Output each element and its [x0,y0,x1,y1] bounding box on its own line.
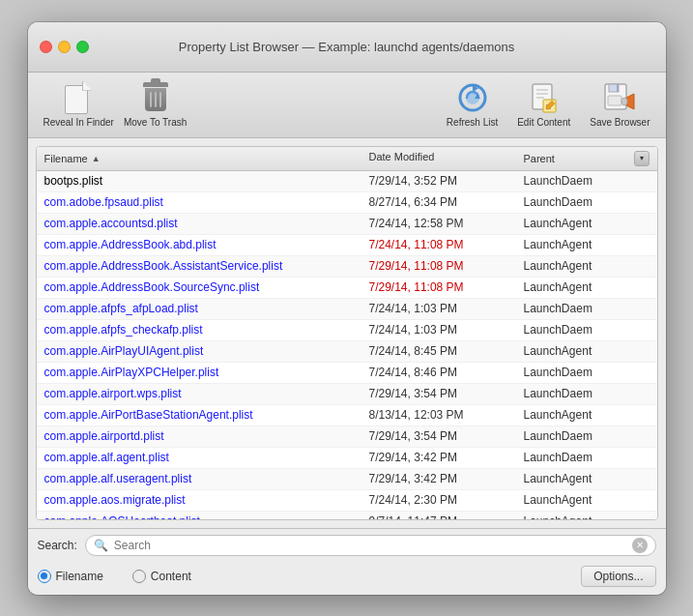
cell-parent: LaunchAgent [524,514,650,519]
table-row[interactable]: com.apple.airportd.plist 7/29/14, 3:54 P… [37,426,657,448]
cell-filename: com.apple.AirPortBaseStationAgent.plist [44,408,369,422]
cell-date: 7/29/14, 3:42 PM [369,451,524,464]
refresh-list-button[interactable]: Refresh List [447,80,498,128]
close-button[interactable] [40,41,52,53]
table-row[interactable]: com.apple.alf.agent.plist 7/29/14, 3:42 … [37,448,657,469]
cell-date: 7/29/14, 11:08 PM [369,259,524,273]
search-input-wrapper: 🔍 ✕ [85,535,656,556]
search-input[interactable] [114,539,626,552]
table-header: Filename ▲ Date Modified Parent ▾ [37,147,657,171]
table-row[interactable]: com.apple.AddressBook.SourceSync.plist 7… [37,278,657,299]
cell-date: 7/24/14, 8:45 PM [369,344,524,358]
header-parent: Parent ▾ [524,151,650,166]
table-row[interactable]: com.apple.AirPlayXPCHelper.plist 7/24/14… [37,363,657,384]
svg-rect-13 [608,96,621,105]
main-window: Property List Browser — Example: launchd… [28,22,666,595]
table-row[interactable]: com.apple.accountsd.plist 7/24/14, 12:58… [37,214,657,235]
table-row[interactable]: com.apple.AddressBook.AssistantService.p… [37,256,657,278]
table-row[interactable]: com.apple.AirPlayUIAgent.plist 7/24/14, … [37,341,657,363]
sort-arrow-icon: ▲ [92,154,101,163]
table-row[interactable]: com.apple.afpfs_afpLoad.plist 7/24/14, 1… [37,299,657,320]
filter-radio-row: Filename Content Options... [28,562,666,595]
table-row[interactable]: com.apple.aos.migrate.plist 7/24/14, 2:3… [37,490,657,512]
titlebar: Property List Browser — Example: launchd… [28,22,666,73]
table-body: bootps.plist 7/29/14, 3:52 PM LaunchDaem… [37,171,657,519]
minimize-button[interactable] [58,41,71,53]
cell-parent: LaunchDaem [524,429,650,443]
cell-parent: LaunchDaem [524,174,650,188]
edit-content-button[interactable]: Edit Content [517,80,570,128]
cell-filename: com.apple.AirPlayUIAgent.plist [44,344,369,358]
svg-point-14 [621,98,627,105]
cell-date: 9/7/14, 11:47 PM [369,514,524,519]
table-row[interactable]: com.apple.alf.useragent.plist 7/29/14, 3… [37,469,657,490]
cell-filename: com.apple.AddressBook.abd.plist [44,238,369,251]
cell-parent: LaunchAgent [524,408,650,422]
toolbar: Reveal In Finder Move To Trash [28,73,666,138]
edit-icon [527,80,562,115]
table-row[interactable]: com.apple.AirPortBaseStationAgent.plist … [37,405,657,426]
cell-filename: com.apple.afpfs_checkafp.plist [44,323,369,337]
trash-label: Move To Trash [124,117,187,128]
cell-filename: com.apple.aos.migrate.plist [44,493,369,507]
search-icon: 🔍 [94,539,108,552]
reveal-label: Reveal In Finder [43,117,114,128]
cell-date: 7/24/14, 11:08 PM [369,238,524,251]
cell-parent: LaunchDaem [524,195,650,209]
reveal-in-finder-button[interactable]: Reveal In Finder [43,80,114,128]
table-row[interactable]: com.apple.airport.wps.plist 7/29/14, 3:5… [37,384,657,405]
cell-filename: com.apple.AddressBook.AssistantService.p… [44,259,369,273]
cell-date: 7/29/14, 11:08 PM [369,280,524,294]
cell-date: 7/24/14, 8:46 PM [369,366,524,379]
radio-content[interactable]: Content [132,570,191,583]
cell-parent: LaunchDaem [524,366,650,379]
header-filename: Filename ▲ [44,151,369,166]
table-row[interactable]: bootps.plist 7/29/14, 3:52 PM LaunchDaem [37,171,657,192]
cell-date: 7/29/14, 3:54 PM [369,429,524,443]
cell-parent: LaunchAgent [524,344,650,358]
radio-content-circle [132,570,146,583]
window-title: Property List Browser — Example: launchd… [179,40,515,54]
table-row[interactable]: com.apple.AOSHeartbeat.plist 9/7/14, 11:… [37,512,657,519]
table-row[interactable]: com.apple.afpfs_checkafp.plist 7/24/14, … [37,320,657,341]
search-clear-button[interactable]: ✕ [632,538,648,553]
search-bar: Search: 🔍 ✕ [28,528,666,562]
cell-filename: com.apple.AOSHeartbeat.plist [44,514,369,519]
radio-filename-circle [38,570,51,583]
cell-filename: com.apple.AirPlayXPCHelper.plist [44,366,369,379]
cell-parent: LaunchDaem [524,323,650,337]
toolbar-right: Refresh List Edit Content [447,80,650,128]
move-to-trash-button[interactable]: Move To Trash [124,80,187,128]
cell-parent: LaunchDaem [524,451,650,464]
svg-rect-12 [617,84,619,92]
save-label: Save Browser [590,117,650,128]
save-browser-button[interactable]: Save Browser [590,80,650,128]
cell-date: 7/29/14, 3:54 PM [369,387,524,400]
maximize-button[interactable] [76,41,89,53]
cell-parent: LaunchAgent [524,280,650,294]
cell-filename: bootps.plist [44,174,369,188]
file-table: Filename ▲ Date Modified Parent ▾ bootps… [36,146,658,520]
cell-date: 7/24/14, 1:03 PM [369,302,524,315]
cell-parent: LaunchDaem [524,302,650,315]
cell-filename: com.apple.alf.agent.plist [44,451,369,464]
toolbar-left: Reveal In Finder Move To Trash [43,80,188,128]
cell-parent: LaunchAgent [524,493,650,507]
traffic-lights [40,41,89,53]
save-icon [602,80,637,115]
edit-label: Edit Content [517,117,570,128]
reveal-in-finder-icon [61,80,96,115]
cell-filename: com.apple.airportd.plist [44,429,369,443]
options-button[interactable]: Options... [581,566,655,587]
cell-filename: com.adobe.fpsaud.plist [44,195,369,209]
table-row[interactable]: com.apple.AddressBook.abd.plist 7/24/14,… [37,235,657,256]
column-dropdown-button[interactable]: ▾ [634,151,650,166]
cell-date: 8/27/14, 6:34 PM [369,195,524,209]
header-date: Date Modified [369,151,524,166]
cell-filename: com.apple.accountsd.plist [44,217,369,230]
search-label: Search: [38,539,77,552]
cell-parent: LaunchAgent [524,238,650,251]
table-row[interactable]: com.adobe.fpsaud.plist 8/27/14, 6:34 PM … [37,192,657,214]
radio-filename[interactable]: Filename [38,570,103,583]
cell-parent: LaunchDaem [524,387,650,400]
